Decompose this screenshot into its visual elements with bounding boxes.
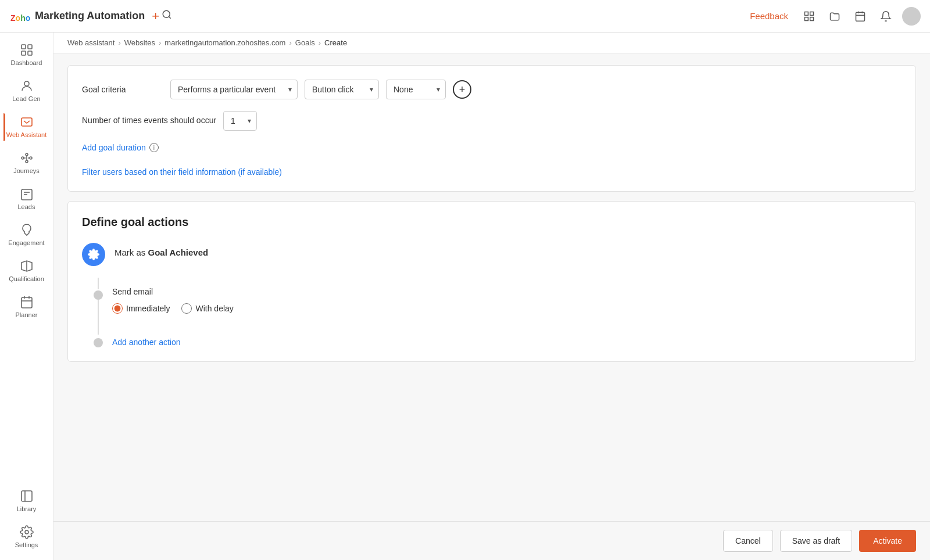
actions-section: Send email Immediately With delay (82, 278, 902, 347)
app-logo: Zoho Marketing Automation (9, 6, 145, 27)
breadcrumb-sep-4: › (319, 38, 321, 47)
sidebar-item-settings[interactable]: Settings (3, 519, 50, 554)
goal-achieved-item: Mark as Goal Achieved (82, 243, 902, 266)
breadcrumb-site[interactable]: marketingautomation.zohosites.com (164, 38, 285, 47)
with-delay-label: With delay (195, 304, 233, 313)
filter-users-link[interactable]: Filter users based on their field inform… (82, 167, 282, 177)
number-select[interactable]: 1 2 3 4 5 (223, 111, 257, 131)
sidebar-item-wrapper-web-assistant: Web Assistant (3, 109, 50, 145)
send-email-content: Send email Immediately With delay (112, 278, 234, 314)
breadcrumb-sep-1: › (118, 38, 120, 47)
sidebar-item-wrapper-qualification: Qualification (3, 253, 50, 289)
breadcrumb-web-assistant[interactable]: Web assistant (67, 38, 115, 47)
svg-point-18 (22, 157, 24, 159)
sidebar-item-dashboard[interactable]: Dashboard (3, 37, 50, 72)
settings-icon (20, 525, 34, 539)
number-wrapper: 1 2 3 4 5 ▾ (223, 111, 257, 131)
dashboard-label: Dashboard (11, 59, 42, 66)
folder-icon (829, 10, 840, 22)
footer-bar: Cancel Save as draft Activate (53, 521, 930, 560)
section-title: Define goal actions (82, 216, 902, 229)
lead-gen-icon (20, 79, 34, 93)
svg-point-19 (26, 153, 28, 156)
svg-point-36 (25, 530, 28, 534)
cancel-button[interactable]: Cancel (723, 530, 773, 552)
planner-label: Planner (16, 311, 38, 318)
sidebar-item-leads[interactable]: Leads (3, 181, 50, 216)
info-icon: i (149, 143, 159, 152)
svg-rect-7 (810, 17, 814, 20)
journeys-icon (20, 151, 34, 165)
add-action-wrapper: Add another action (94, 337, 902, 347)
timing-radio-group: Immediately With delay (112, 303, 234, 314)
svg-rect-15 (28, 51, 32, 55)
svg-rect-13 (28, 45, 32, 49)
with-delay-radio[interactable] (181, 303, 192, 314)
svg-rect-6 (805, 17, 809, 20)
send-email-wrapper: Send email Immediately With delay (94, 278, 902, 335)
add-button[interactable]: + (152, 9, 159, 24)
main-scroll: Goal criteria Performs a particular even… (53, 53, 930, 521)
list-icon-button[interactable] (800, 7, 818, 26)
calendar-icon-button[interactable] (851, 7, 870, 26)
svg-rect-30 (22, 297, 32, 308)
sidebar-item-wrapper-settings: Settings (3, 519, 50, 555)
svg-point-21 (26, 160, 28, 163)
bell-icon-button[interactable] (877, 7, 895, 26)
user-avatar[interactable] (902, 7, 921, 26)
web-assistant-label: Web Assistant (6, 131, 47, 138)
svg-text:Zoho: Zoho (10, 13, 30, 23)
add-goal-duration-link[interactable]: Add goal duration i (82, 143, 159, 152)
immediately-option[interactable]: Immediately (112, 303, 170, 314)
button-click-select[interactable]: Button click Page scroll Form submit (305, 80, 379, 99)
journeys-label: Journeys (13, 167, 40, 174)
search-button[interactable] (162, 9, 172, 23)
engagement-icon (20, 223, 34, 237)
svg-rect-12 (22, 45, 26, 49)
sidebar-item-web-assistant[interactable]: Web Assistant (3, 109, 50, 144)
main-layout: Dashboard Lead Gen Web Assistant (0, 33, 930, 560)
sidebar-item-wrapper-leads: Leads (3, 181, 50, 217)
add-goal-duration-text: Add goal duration (82, 143, 146, 152)
activate-button[interactable]: Activate (859, 530, 916, 552)
breadcrumb-create: Create (324, 38, 347, 47)
sidebar-item-planner[interactable]: Planner (3, 289, 50, 324)
filter-users-row: Filter users based on their field inform… (82, 167, 902, 177)
folder-icon-button[interactable] (825, 7, 844, 26)
breadcrumb-sep-3: › (289, 38, 291, 47)
leads-label: Leads (18, 203, 35, 210)
sidebar-item-lead-gen[interactable]: Lead Gen (3, 73, 50, 108)
topbar-icons: Feedback (750, 7, 921, 26)
breadcrumb-sep-2: › (159, 38, 161, 47)
bell-icon (880, 10, 892, 22)
connector-col-1 (94, 278, 103, 335)
gear-icon (87, 248, 100, 261)
feedback-link[interactable]: Feedback (750, 11, 788, 21)
immediately-radio[interactable] (112, 303, 123, 314)
svg-rect-34 (22, 491, 32, 501)
sidebar-item-wrapper-dashboard: Dashboard (3, 37, 50, 73)
gear-circle (82, 243, 105, 266)
define-goal-actions-card: Define goal actions Mark as Goal Achieve… (67, 201, 916, 362)
sidebar-item-engagement[interactable]: Engagement (3, 217, 50, 252)
footer-right: Cancel Save as draft Activate (723, 530, 916, 552)
svg-rect-17 (22, 118, 32, 126)
add-another-action-link[interactable]: Add another action (112, 338, 181, 347)
with-delay-option[interactable]: With delay (181, 303, 233, 314)
breadcrumb-goals[interactable]: Goals (295, 38, 315, 47)
breadcrumb-websites[interactable]: Websites (124, 38, 155, 47)
goal-criteria-label: Goal criteria (82, 85, 163, 94)
save-draft-button[interactable]: Save as draft (780, 530, 853, 552)
performs-event-select[interactable]: Performs a particular event Visits a pag… (170, 80, 298, 99)
sidebar-item-library[interactable]: Library (3, 483, 50, 518)
sidebar-bottom: Library Settings (3, 483, 50, 560)
svg-point-20 (30, 157, 32, 159)
sidebar-item-qualification[interactable]: Qualification (3, 253, 50, 288)
connector-line-2 (98, 300, 99, 335)
sidebar-item-journeys[interactable]: Journeys (3, 145, 50, 180)
none-select[interactable]: None Option 1 Option 2 (386, 80, 446, 99)
add-criteria-button[interactable]: + (453, 80, 471, 99)
settings-label: Settings (15, 541, 38, 548)
active-bar (3, 113, 5, 141)
sidebar-item-wrapper-lead-gen: Lead Gen (3, 73, 50, 109)
